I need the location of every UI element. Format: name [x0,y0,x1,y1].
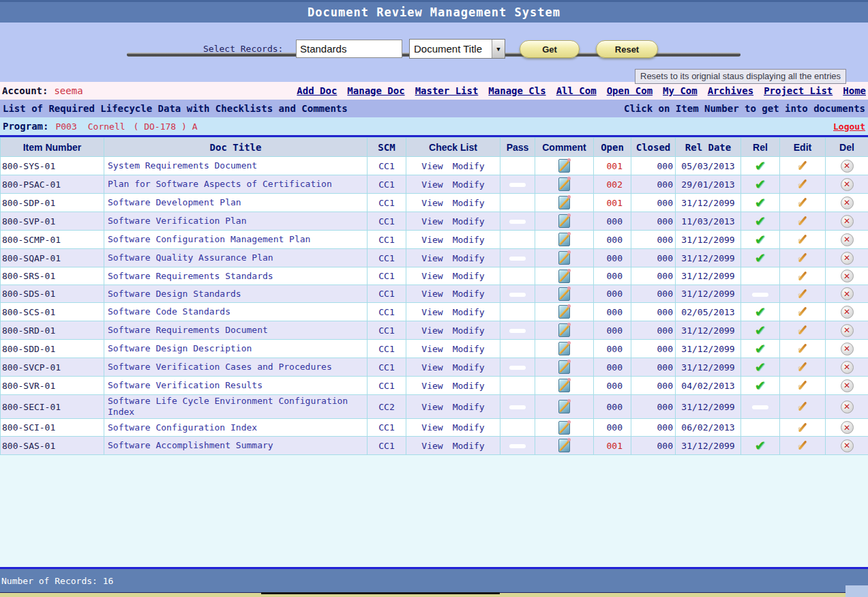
modify-link[interactable]: Modify [453,362,485,373]
comment-icon[interactable] [558,214,570,228]
nav-link-all-com[interactable]: All Com [556,85,597,96]
edit-icon[interactable] [795,378,810,393]
comment-icon[interactable] [558,287,570,301]
view-link[interactable]: View [421,344,443,354]
item-number-link[interactable]: 800-SQAP-01 [2,253,61,263]
modify-link[interactable]: Modify [453,402,485,412]
delete-icon[interactable] [841,379,854,392]
comment-icon[interactable] [558,342,570,355]
delete-icon[interactable] [841,439,854,452]
delete-icon[interactable] [841,196,854,209]
logout-link[interactable]: Logout [833,121,865,132]
comment-icon[interactable] [558,305,570,319]
comment-icon[interactable] [558,400,570,413]
item-number-link[interactable]: 800-SCMP-01 [2,235,61,245]
nav-link-archives[interactable]: Archives [708,85,753,96]
delete-icon[interactable] [841,324,854,337]
modify-link[interactable]: Modify [453,289,485,299]
modify-link[interactable]: Modify [453,161,485,171]
delete-icon[interactable] [841,287,854,300]
modify-link[interactable]: Modify [453,441,485,451]
edit-icon[interactable] [795,420,810,435]
nav-link-manage-cls[interactable]: Manage Cls [488,85,545,96]
item-number-link[interactable]: 800-SRS-01 [2,271,55,281]
nav-link-manage-doc[interactable]: Manage Doc [347,85,404,96]
view-link[interactable]: View [421,198,443,208]
view-link[interactable]: View [421,422,443,433]
view-link[interactable]: View [421,179,443,190]
comment-icon[interactable] [558,159,570,173]
item-number-link[interactable]: 800-SDD-01 [2,344,55,354]
view-link[interactable]: View [421,307,443,317]
modify-link[interactable]: Modify [453,422,485,433]
delete-icon[interactable] [841,252,854,265]
delete-icon[interactable] [841,270,854,282]
item-number-link[interactable]: 800-SVCP-01 [2,362,61,373]
modify-link[interactable]: Modify [453,381,485,391]
modify-link[interactable]: Modify [453,344,485,354]
comment-icon[interactable] [558,196,570,209]
item-number-link[interactable]: 800-SVP-01 [2,216,55,227]
item-number-link[interactable]: 800-SYS-01 [2,161,55,171]
view-link[interactable]: View [421,441,443,451]
comment-icon[interactable] [558,379,570,392]
comment-icon[interactable] [558,323,570,337]
modify-link[interactable]: Modify [453,253,485,263]
edit-icon[interactable] [795,158,810,173]
delete-icon[interactable] [841,401,854,413]
edit-icon[interactable] [795,399,810,414]
chevron-down-icon[interactable]: ▼ [492,40,505,58]
comment-icon[interactable] [558,251,570,265]
nav-link-home[interactable]: Home [843,85,866,96]
delete-icon[interactable] [841,178,854,191]
comment-icon[interactable] [558,421,570,435]
modify-link[interactable]: Modify [453,179,485,190]
view-link[interactable]: View [421,402,443,412]
view-link[interactable]: View [421,216,443,227]
edit-icon[interactable] [795,287,810,302]
edit-icon[interactable] [795,360,810,375]
edit-icon[interactable] [795,341,810,356]
edit-icon[interactable] [795,195,810,210]
delete-icon[interactable] [841,215,854,228]
item-number-link[interactable]: 800-SECI-01 [2,402,61,412]
edit-icon[interactable] [795,269,810,284]
modify-link[interactable]: Modify [453,307,485,317]
comment-icon[interactable] [558,233,570,246]
view-link[interactable]: View [421,325,443,336]
comment-icon[interactable] [558,270,570,283]
edit-icon[interactable] [795,214,810,229]
edit-icon[interactable] [795,250,810,265]
view-link[interactable]: View [421,161,443,171]
modify-link[interactable]: Modify [453,198,485,208]
item-number-link[interactable]: 800-SRD-01 [2,325,55,336]
item-number-link[interactable]: 800-SDP-01 [2,198,55,208]
item-number-link[interactable]: 800-SVR-01 [2,381,55,391]
nav-link-open-com[interactable]: Open Com [607,85,653,96]
edit-icon[interactable] [795,177,810,192]
item-number-link[interactable]: 800-SCS-01 [2,307,55,317]
modify-link[interactable]: Modify [453,235,485,245]
nav-link-add-doc[interactable]: Add Doc [297,85,337,96]
comment-icon[interactable] [558,360,570,374]
comment-icon[interactable] [558,177,570,191]
reset-button[interactable]: Reset [596,40,658,58]
nav-link-master-list[interactable]: Master List [415,85,479,96]
delete-icon[interactable] [841,160,854,173]
view-link[interactable]: View [421,235,443,245]
get-button[interactable]: Get [520,40,580,58]
nav-link-my-com[interactable]: My Com [663,85,698,96]
delete-icon[interactable] [841,421,854,434]
item-number-link[interactable]: 800-SDS-01 [2,289,55,299]
item-number-link[interactable]: 800-SCI-01 [2,422,55,433]
view-link[interactable]: View [421,271,443,281]
edit-icon[interactable] [795,438,810,453]
item-number-link[interactable]: 800-SAS-01 [2,441,55,451]
delete-icon[interactable] [841,343,854,355]
delete-icon[interactable] [841,361,854,374]
document-type-select[interactable]: Document Title ▼ [409,39,505,59]
item-number-link[interactable]: 800-PSAC-01 [2,179,61,190]
modify-link[interactable]: Modify [453,216,485,227]
view-link[interactable]: View [421,381,443,391]
comment-icon[interactable] [558,439,570,452]
